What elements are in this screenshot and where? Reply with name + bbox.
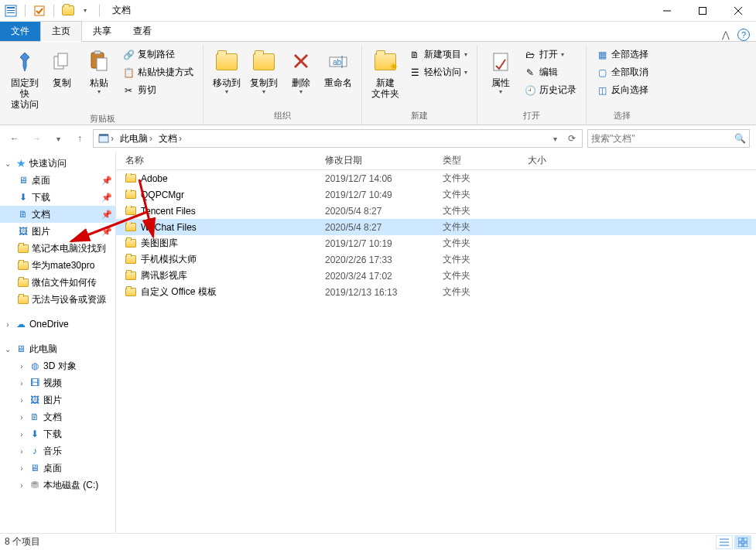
- refresh-button[interactable]: ⟳: [565, 130, 579, 147]
- easy-access-button[interactable]: ☰轻松访问 ▾: [407, 64, 469, 80]
- tree-videos[interactable]: ›🎞视频: [0, 374, 115, 391]
- file-type: 文件夹: [433, 269, 518, 282]
- select-all-button[interactable]: ▦全部选择: [594, 46, 650, 63]
- select-none-button[interactable]: ▢全部取消: [594, 64, 650, 80]
- tab-share[interactable]: 共享: [82, 22, 122, 41]
- nav-tree[interactable]: ⌄★快速访问 🖥桌面📌 ⬇下载📌 🗎文档📌 🖼图片📌 笔记本电脑没找到 华为ma…: [0, 152, 116, 533]
- tree-cdrive[interactable]: ›⛃本地磁盘 (C:): [0, 477, 115, 494]
- search-input[interactable]: [591, 133, 723, 144]
- properties-qat-icon[interactable]: [33, 5, 46, 17]
- delete-button[interactable]: 删除▾: [282, 45, 320, 97]
- tree-onedrive[interactable]: ›☁OneDrive: [0, 316, 115, 333]
- help-icon[interactable]: ?: [737, 29, 750, 41]
- tree-this-pc[interactable]: ⌄🖥此电脑: [0, 340, 115, 357]
- cut-button[interactable]: ✂剪切: [121, 82, 195, 98]
- file-date: 2019/12/7 14:06: [316, 173, 433, 184]
- new-folder-button[interactable]: ✷ 新建 文件夹: [367, 45, 404, 101]
- tree-folder-nb[interactable]: 笔记本电脑没找到: [0, 240, 115, 257]
- tree-documents[interactable]: 🗎文档📌: [0, 206, 115, 223]
- file-date: 2020/2/26 17:33: [316, 255, 433, 265]
- table-row[interactable]: QQPCMgr2019/12/7 10:49文件夹: [116, 186, 756, 203]
- view-details-button[interactable]: [716, 535, 733, 549]
- tree-folder-wf[interactable]: 无法与设备或资源: [0, 291, 115, 308]
- pin-icon: 📌: [101, 210, 112, 220]
- tree-downloads2[interactable]: ›⬇下载: [0, 425, 115, 442]
- list-header[interactable]: 名称⌃ 修改日期 类型 大小: [116, 152, 756, 170]
- col-header-size[interactable]: 大小: [518, 154, 596, 167]
- table-row[interactable]: Adobe2019/12/7 14:06文件夹: [116, 170, 756, 186]
- col-header-name[interactable]: 名称⌃: [116, 154, 316, 167]
- rename-button[interactable]: ab 重命名: [320, 45, 357, 90]
- copy-path-icon: 🔗: [122, 49, 135, 61]
- maximize-button[interactable]: [685, 0, 720, 22]
- edit-button[interactable]: ✎编辑: [522, 64, 578, 80]
- table-row[interactable]: 腾讯影视库2020/3/24 17:02文件夹: [116, 268, 756, 284]
- tree-folder-wx[interactable]: 微信文件如何传: [0, 274, 115, 291]
- forward-button[interactable]: →: [28, 130, 45, 147]
- tree-music[interactable]: ›♪音乐: [0, 442, 115, 459]
- select-none-icon: ▢: [596, 67, 608, 79]
- breadcrumb-this-pc[interactable]: 此电脑 ›: [118, 132, 154, 145]
- properties-button[interactable]: 属性▾: [482, 45, 519, 97]
- tree-folder-hw[interactable]: 华为mate30pro: [0, 257, 115, 274]
- search-box[interactable]: 🔍: [587, 129, 750, 148]
- copy-to-button[interactable]: 复制到▾: [245, 45, 282, 97]
- table-row[interactable]: 手机模拟大师2020/2/26 17:33文件夹: [116, 251, 756, 268]
- move-to-button[interactable]: 移动到▾: [208, 45, 245, 97]
- file-type: 文件夹: [433, 285, 518, 299]
- table-row[interactable]: 自定义 Office 模板2019/12/13 16:13文件夹: [116, 284, 756, 300]
- ribbon-group-new: ✷ 新建 文件夹 🗎新建项目 ▾ ☰轻松访问 ▾ 新建: [362, 45, 477, 125]
- qat-dropdown-icon[interactable]: ▾: [79, 5, 91, 17]
- tab-home[interactable]: 主页: [40, 21, 82, 42]
- close-button[interactable]: [720, 0, 756, 22]
- table-row[interactable]: WeChat Files2020/5/4 8:27文件夹: [116, 219, 756, 235]
- breadcrumb-dropdown-button[interactable]: ▾: [548, 130, 562, 147]
- back-button[interactable]: ←: [6, 130, 23, 147]
- invert-selection-button[interactable]: ◫反向选择: [594, 82, 650, 98]
- new-item-button[interactable]: 🗎新建项目 ▾: [407, 46, 469, 63]
- copy-button[interactable]: 复制: [43, 45, 80, 90]
- folder-qat-icon[interactable]: [62, 5, 74, 17]
- paste-shortcut-button[interactable]: 📋粘贴快捷方式: [121, 64, 195, 80]
- minimize-button[interactable]: [649, 0, 685, 22]
- recent-locations-button[interactable]: ▾: [50, 130, 67, 147]
- tree-documents2[interactable]: ›🗎文档: [0, 408, 115, 425]
- tree-3d-objects[interactable]: ›◍3D 对象: [0, 357, 115, 374]
- ribbon-collapse-icon[interactable]: ⋀: [722, 29, 730, 40]
- search-icon[interactable]: 🔍: [734, 133, 746, 144]
- properties-icon: [488, 50, 513, 74]
- history-button[interactable]: 🕘历史记录: [522, 82, 578, 98]
- paste-button[interactable]: 粘贴 ▾: [80, 45, 118, 97]
- col-header-type[interactable]: 类型: [433, 154, 518, 167]
- table-row[interactable]: 美图图库2019/12/7 10:19文件夹: [116, 235, 756, 251]
- tab-view[interactable]: 查看: [122, 22, 162, 41]
- folder-icon: [125, 272, 136, 280]
- file-name: WeChat Files: [141, 222, 197, 233]
- col-header-date[interactable]: 修改日期: [316, 154, 433, 167]
- breadcrumb-root-icon[interactable]: ›: [97, 133, 115, 144]
- tree-desktop2[interactable]: ›🖥桌面: [0, 459, 115, 477]
- view-icons-button[interactable]: [734, 535, 751, 549]
- tree-pictures[interactable]: 🖼图片📌: [0, 223, 115, 240]
- table-row[interactable]: Tencent Files2020/5/4 8:27文件夹: [116, 203, 756, 219]
- new-folder-icon: ✷: [373, 50, 398, 74]
- paste-icon: [87, 50, 111, 74]
- quick-access-toolbar: ▾: [0, 5, 108, 17]
- pin-to-quick-access-button[interactable]: 固定到快 速访问: [6, 45, 43, 111]
- tree-pictures2[interactable]: ›🖼图片: [0, 391, 115, 408]
- up-button[interactable]: ↑: [71, 130, 88, 147]
- tree-downloads[interactable]: ⬇下载📌: [0, 189, 115, 206]
- copy-path-button[interactable]: 🔗复制路径: [121, 46, 195, 63]
- documents-icon: 🗎: [17, 208, 29, 220]
- tree-quick-access[interactable]: ⌄★快速访问: [0, 155, 115, 172]
- ribbon-tabs: 文件 主页 共享 查看 ⋀ ?: [0, 22, 756, 42]
- open-button[interactable]: 🗁打开 ▾: [522, 46, 578, 63]
- tab-file[interactable]: 文件: [0, 22, 40, 41]
- ribbon: 固定到快 速访问 复制 粘贴 ▾ 🔗复制路径 📋粘贴快捷方式 ✂剪切: [0, 42, 756, 125]
- group-label-clipboard: 剪贴板: [6, 111, 198, 128]
- file-type: 文件夹: [433, 237, 518, 250]
- pin-icon: 📌: [101, 176, 112, 186]
- breadcrumb[interactable]: › 此电脑 › 文档 › ▾ ⟳: [93, 129, 583, 148]
- breadcrumb-documents[interactable]: 文档 ›: [157, 132, 183, 145]
- tree-desktop[interactable]: 🖥桌面📌: [0, 172, 115, 189]
